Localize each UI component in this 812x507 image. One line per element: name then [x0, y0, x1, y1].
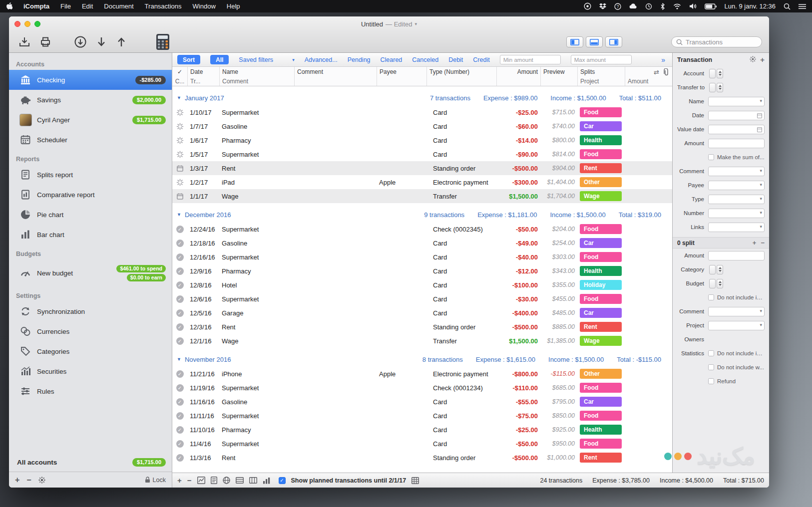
sort-button[interactable]: Sort [177, 55, 200, 64]
category-tag[interactable]: Holiday [580, 280, 622, 290]
split-category-combo-field[interactable] [709, 265, 716, 274]
max-amount-input[interactable] [571, 55, 632, 64]
add-transaction-button[interactable]: + [177, 476, 182, 485]
apple-menu-icon[interactable] [6, 2, 12, 10]
category-tag[interactable]: Food [580, 107, 622, 117]
transaction-row[interactable]: ✓ 12/6/16 Supermarket Card -$30.00 $455.… [172, 292, 672, 306]
upload-button[interactable] [116, 36, 127, 48]
close-window-button[interactable] [14, 21, 20, 27]
transaction-row[interactable]: ✓ 12/8/16 Hotel Card -$100.00 $355.00 Ho… [172, 278, 672, 292]
category-tag[interactable]: Food [580, 252, 622, 262]
sidebar-item-new-budget[interactable]: New budget $461.00 to spend $0.00 to ear… [9, 259, 172, 286]
split-no-include-checkbox[interactable] [708, 294, 714, 300]
minimize-window-button[interactable] [24, 21, 30, 27]
category-tag[interactable]: Wage [580, 336, 622, 346]
column-splits[interactable]: Splits [577, 67, 625, 77]
category-tag[interactable]: Health [580, 266, 622, 276]
category-tag[interactable]: Other [580, 177, 622, 187]
import-button[interactable] [96, 36, 107, 48]
inspector-gear-button[interactable] [750, 56, 756, 64]
transaction-row[interactable]: ✓ 12/1/16 Wage Transfer $1,500.00 $1,385… [172, 334, 672, 348]
split-comment-select[interactable]: ▾ [708, 307, 765, 316]
column-tr[interactable]: Tr... [187, 77, 219, 86]
sidebar-item-synchronization[interactable]: Synchronization [9, 301, 172, 321]
spotlight-search-icon[interactable] [784, 3, 791, 10]
disclosure-triangle-icon[interactable]: ▼ [177, 357, 181, 362]
zoom-window-button[interactable] [34, 21, 40, 27]
transaction-row[interactable]: ✓ 1/6/17 Pharmacy Card -$14.00 $800.00 H… [172, 133, 672, 147]
chart-view-button[interactable] [197, 477, 205, 484]
transaction-row[interactable]: ✓ 12/24/16 Supermarket Check (0002345) -… [172, 222, 672, 236]
stats-view-button[interactable] [263, 477, 270, 484]
title-bar[interactable]: Untitled — Edited ▾ [9, 16, 769, 31]
remove-split-button[interactable]: − [761, 239, 765, 247]
sidebar-item-scheduler[interactable]: Scheduler [9, 130, 172, 150]
transaction-row[interactable]: ✓ 12/9/16 Pharmacy Card -$12.00 $343.00 … [172, 264, 672, 278]
column-name[interactable]: Name [219, 67, 294, 77]
sidebar-item-categories[interactable]: Categories [9, 341, 172, 361]
advanced-filter-link[interactable]: Advanced... [305, 56, 338, 63]
transaction-row[interactable]: ✓ 11/4/16 Supermarket Card -$50.00 $950.… [172, 437, 672, 451]
debit-filter-link[interactable]: Debit [448, 56, 463, 63]
category-tag[interactable]: Food [580, 439, 622, 449]
menu-edit[interactable]: Edit [82, 2, 93, 10]
notification-center-icon[interactable] [799, 3, 806, 9]
split-amount-input[interactable] [708, 251, 765, 260]
category-tag[interactable]: Car [580, 308, 622, 318]
add-account-button[interactable]: + [15, 476, 19, 485]
column-c[interactable]: C... [172, 77, 187, 86]
sidebar-item-cyril-anger[interactable]: Cyril Anger $1,715.00 [9, 110, 172, 130]
menu-document[interactable]: Document [104, 2, 133, 10]
transaction-row[interactable]: ✓ 12/18/16 Gasoline Card -$49.00 $254.00… [172, 236, 672, 250]
category-tag[interactable]: Car [580, 397, 622, 407]
amount-input[interactable] [708, 139, 765, 148]
comment-select[interactable]: ▾ [708, 167, 765, 176]
title-chevron-icon[interactable]: ▾ [415, 21, 417, 26]
app-menu-title[interactable]: iCompta [23, 2, 49, 10]
transaction-row[interactable]: ✓ 11/19/16 Supermarket Check (0001234) -… [172, 381, 672, 395]
transaction-row[interactable]: ✓ 11/10/16 Pharmacy Card -$25.00 $925.00… [172, 423, 672, 437]
split-project-select[interactable]: ▾ [708, 321, 765, 330]
transaction-row[interactable]: ✓ 12/16/16 Supermarket Card -$40.00 $303… [172, 250, 672, 264]
export-button[interactable] [18, 36, 30, 48]
sidebar-item-savings[interactable]: Savings $2,000.00 [9, 90, 172, 110]
dropbox-icon[interactable] [599, 3, 606, 9]
category-tag[interactable]: Food [580, 149, 622, 159]
add-split-button[interactable]: + [753, 239, 757, 247]
inspector-add-button[interactable]: + [760, 55, 765, 64]
sidebar-item-checking[interactable]: Checking -$285.00 [9, 70, 172, 90]
view-toggle-inspector-button[interactable] [605, 36, 622, 47]
transaction-row[interactable]: ✓ 11/11/16 Supermarket Card -$75.00 $850… [172, 409, 672, 423]
type-select[interactable]: ▾ [708, 195, 765, 204]
credit-filter-link[interactable]: Credit [473, 56, 489, 63]
transaction-row[interactable]: ✓ 12/5/16 Garage Card -$400.00 $485.00 C… [172, 306, 672, 320]
bluetooth-icon[interactable] [660, 3, 665, 10]
sidebar-item-all-accounts[interactable]: All accounts $1,715.00 [9, 453, 172, 472]
show-planned-checkbox[interactable]: ✓ [279, 477, 286, 484]
month-header[interactable]: ▼ January 2017 7 transactions Expense : … [172, 90, 672, 105]
category-tag[interactable]: Wage [580, 191, 622, 201]
transaction-row[interactable]: ✓ 11/21/16 iPhone Apple Electronic payme… [172, 367, 672, 381]
split-budget-combo-field[interactable] [709, 279, 716, 288]
transaction-row[interactable]: ✓ 1/5/17 Supermarket Card -$90.00 $814.0… [172, 147, 672, 161]
number-select[interactable]: ▾ [708, 209, 765, 218]
column-comment[interactable]: Comment [294, 67, 377, 77]
cleared-filter-link[interactable]: Cleared [381, 56, 403, 63]
download-button[interactable] [74, 35, 87, 48]
remove-account-button[interactable]: − [26, 476, 31, 485]
menu-bar-clock[interactable]: Lun. 9 janv. 12:36 [725, 2, 776, 10]
menu-help[interactable]: Help [227, 2, 240, 10]
menu-transactions[interactable]: Transactions [145, 2, 182, 10]
help-status-icon[interactable]: ? [614, 3, 621, 10]
category-tag[interactable]: Health [580, 425, 622, 435]
menu-file[interactable]: File [60, 2, 71, 10]
category-tag[interactable]: Rent [580, 163, 622, 173]
transaction-row[interactable]: ✓ 1/3/17 Rent Standing order -$500.00 $9… [172, 161, 672, 175]
notes-view-button[interactable] [211, 477, 217, 484]
canceled-filter-link[interactable]: Canceled [412, 56, 438, 63]
list-view-button[interactable] [236, 477, 244, 484]
cloud-status-icon[interactable] [629, 3, 637, 9]
menu-window[interactable]: Window [193, 2, 216, 10]
column-date[interactable]: Date [187, 67, 219, 77]
transaction-row[interactable]: ✓ 11/3/16 Rent Standing order -$500.00 $… [172, 451, 672, 465]
